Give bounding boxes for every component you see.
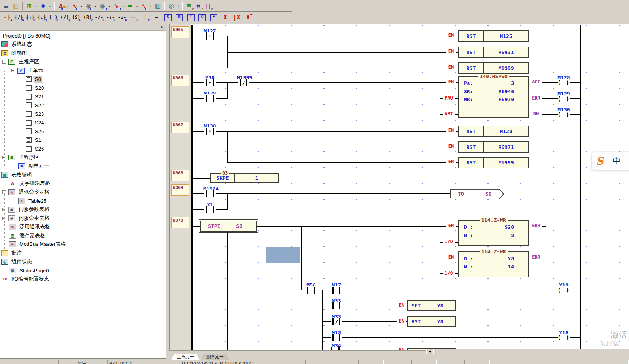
set-box-y8[interactable]: SETY8 — [407, 300, 456, 311]
contact-m34-partial[interactable] — [331, 347, 332, 350]
contact-m18[interactable] — [331, 334, 342, 341]
tree-item-s23[interactable]: S23 — [0, 109, 166, 118]
modbus-master-table-icon[interactable] — [139, 1, 149, 11]
invert-button[interactable]: -/-I — [93, 13, 105, 22]
rst-box-y8[interactable]: RSTY8 — [407, 316, 456, 327]
tree-item-statuspage0[interactable]: StatusPage0 — [0, 266, 166, 275]
caret-down-icon[interactable]: ▼ — [121, 2, 125, 10]
network-label-n066[interactable]: N066 — [171, 75, 189, 86]
list-help-icon[interactable]: ? — [184, 1, 194, 11]
jump-to-s0[interactable]: TO S0 — [450, 189, 499, 198]
tree-item-modbus-master-table[interactable]: ModBus Master表格 — [0, 240, 166, 249]
coil-y18[interactable]: ( ) — [558, 334, 570, 341]
step-box-stpi-s0[interactable]: STPIS0 — [200, 221, 257, 232]
tree-item-comm-command-table[interactable]: −通讯命令表格 — [0, 188, 166, 196]
tree-item-sub-unit[interactable]: 副单元一 — [0, 162, 166, 170]
tab-main-unit[interactable]: 主单元一 — [171, 354, 200, 360]
coil-reset-button[interactable]: (R)R — [82, 13, 93, 22]
step-button[interactable]: S — [162, 13, 174, 22]
tree-item-s24[interactable]: S24 — [0, 118, 166, 127]
coil-m130[interactable]: ( ) — [558, 111, 570, 119]
rst-box-r6971[interactable]: RSTR6971 — [458, 141, 529, 153]
contact-m127[interactable] — [204, 32, 216, 40]
collapse-icon[interactable]: − — [2, 60, 6, 64]
tree-item-main-program[interactable]: −主程序区 — [0, 57, 166, 66]
skpe-box[interactable]: SKPE1 03 — [210, 173, 279, 183]
line-to-right-button[interactable]: → — [151, 13, 162, 22]
tree-item-s22[interactable]: S22 — [0, 101, 166, 109]
caret-down-icon[interactable]: ▼ — [34, 2, 38, 10]
caret-down-icon[interactable]: ▼ — [149, 2, 153, 10]
contact-m30[interactable] — [204, 79, 216, 87]
coil-y19[interactable]: ( ) — [558, 286, 570, 294]
delete-hline-button[interactable]: X→ — [242, 13, 254, 22]
contact-m56[interactable] — [305, 286, 317, 294]
tree-item-text-edit-table[interactable]: 文字编辑表格 — [0, 179, 166, 188]
docs-book-icon[interactable] — [11, 1, 21, 11]
tree-item-system-config[interactable]: 系统组态 — [0, 40, 166, 49]
function-button[interactable]: F — [208, 13, 219, 22]
servo-param-table-icon[interactable] — [84, 1, 93, 11]
ladder-editor[interactable]: N065 N066 N067 N068 N069 N070 M127 EN EN… — [169, 24, 629, 350]
collapse-icon[interactable]: − — [11, 69, 15, 72]
contact-x1[interactable] — [204, 206, 216, 213]
rst-box-m125[interactable]: RSTM125 — [458, 30, 529, 42]
ime-badge[interactable]: S 中 — [592, 152, 629, 170]
tree-item-annotation[interactable]: 批注 — [0, 249, 166, 257]
v-line-button[interactable]: │V — [139, 13, 151, 22]
contact-help-icon[interactable]: ? — [203, 1, 213, 11]
caret-down-icon[interactable]: ▼ — [176, 2, 180, 10]
tree-item-sub-program[interactable]: −子程序区 — [0, 153, 166, 162]
caret-down-icon[interactable]: ▼ — [79, 2, 84, 10]
rst-box-m128[interactable]: RSTM128 — [458, 126, 529, 137]
comm-command-table-icon[interactable] — [70, 1, 79, 11]
calc-table-icon[interactable] — [153, 1, 162, 11]
contact-m33-nc[interactable] — [331, 318, 342, 326]
contact-rising-button[interactable]: ┤↑├U — [25, 13, 36, 22]
tree-item-s21[interactable]: S21 — [0, 92, 166, 101]
contact-m130[interactable] — [204, 127, 216, 135]
tree-item-main-unit[interactable]: −主单元一 — [0, 66, 166, 75]
tree-item-s20[interactable]: S20 — [0, 83, 166, 92]
coil-button[interactable]: ( )O — [47, 13, 59, 22]
rst-box-r6931[interactable]: RSTR6931 — [458, 47, 529, 58]
function-block-hspso[interactable]: 140.HSPSO Ps:3 SR:R6940 WR:R6970 — [458, 76, 529, 118]
servo-command-table-icon[interactable] — [98, 1, 107, 11]
component-status-icon[interactable] — [166, 1, 176, 11]
tree-item-generic-comm-table[interactable]: 泛用通讯表格 — [0, 223, 166, 231]
panel-grip[interactable] — [2, 26, 157, 28]
counter-button[interactable]: C — [196, 13, 208, 22]
tree-item-component-status[interactable]: 组件状态 — [0, 257, 166, 266]
delete-element-button[interactable]: X — [219, 13, 231, 22]
tree-item-s0[interactable]: S0 — [0, 75, 166, 83]
rst-box-m1999[interactable]: RSTM1999 — [458, 157, 529, 168]
falling-button[interactable]: -↓-N — [116, 13, 128, 22]
tree-item-io-config[interactable]: I/O编号配置状态 — [0, 275, 166, 283]
contact-m1999[interactable] — [238, 79, 249, 87]
tree-item-table-edit[interactable]: 表格编辑 — [0, 170, 166, 179]
timer-button[interactable]: T — [185, 13, 196, 22]
contact-m34-partial[interactable] — [338, 347, 340, 350]
tab-sub-unit[interactable]: 副单元一 — [201, 354, 229, 360]
network-label-n068[interactable]: N068 — [171, 170, 189, 181]
tree-item-register-table[interactable]: 缓存器表格 — [0, 231, 166, 240]
contact-m33[interactable] — [331, 302, 342, 310]
selection-cursor[interactable] — [266, 247, 300, 263]
network-label-n070[interactable]: N070 — [171, 217, 189, 228]
caret-down-icon[interactable]: ▼ — [48, 2, 52, 10]
generic-comm-table-icon[interactable] — [111, 1, 121, 11]
contact-m17[interactable] — [331, 286, 342, 294]
contact-m128[interactable] — [204, 94, 216, 102]
delete-vline-button[interactable]: |X — [231, 13, 242, 22]
function-block-zwr-2[interactable]: 114.Z-WR D :Y8 N :14 — [458, 251, 529, 277]
tree-item-s1[interactable]: S1 — [0, 136, 166, 144]
contact-no-button[interactable]: ┤├A — [2, 13, 13, 22]
rising-button[interactable]: -↑-P — [105, 13, 116, 22]
tree-item-s25[interactable]: S25 — [0, 127, 166, 136]
network-label-n065[interactable]: N065 — [171, 26, 189, 38]
close-icon[interactable]: × — [159, 25, 165, 30]
contact-m1924[interactable] — [204, 190, 216, 198]
network-label-n067[interactable]: N067 — [171, 122, 189, 133]
contact-nc-button[interactable]: ┤/├B — [13, 13, 25, 22]
tree-item-ladder-diagram[interactable]: 阶梯图 — [0, 49, 166, 57]
